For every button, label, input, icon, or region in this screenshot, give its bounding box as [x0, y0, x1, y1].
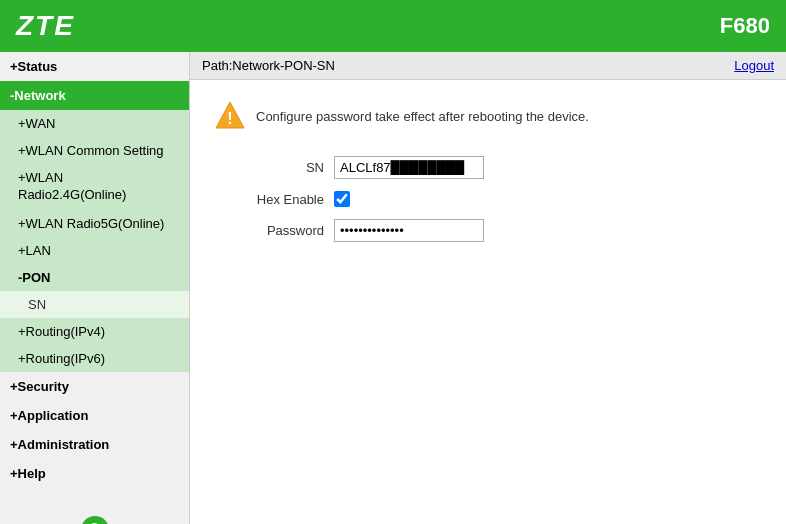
sidebar-item-lan[interactable]: +LAN: [0, 237, 189, 264]
model-name: F680: [720, 13, 770, 39]
sidebar-item-help[interactable]: +Help: [0, 459, 189, 488]
sn-label: SN: [214, 160, 324, 175]
password-input[interactable]: [334, 219, 484, 242]
password-label: Password: [214, 223, 324, 238]
header: ZTE F680: [0, 0, 786, 52]
zte-logo: ZTE: [16, 10, 75, 42]
main-content: Path:Network-PON-SN Logout ! Configure p…: [190, 52, 786, 524]
warning-banner: ! Configure password take effect after r…: [214, 100, 762, 132]
password-row: Password: [214, 219, 762, 242]
sidebar-item-wlan-5g[interactable]: +WLAN Radio5G(Online): [0, 210, 189, 237]
help-circle-button[interactable]: ?: [81, 516, 109, 524]
svg-text:!: !: [227, 110, 232, 127]
hex-enable-label: Hex Enable: [214, 192, 324, 207]
sidebar-item-wan[interactable]: +WAN: [0, 110, 189, 137]
hex-enable-row: Hex Enable: [214, 191, 762, 207]
sn-row: SN: [214, 156, 762, 179]
sidebar-item-sn[interactable]: SN: [0, 291, 189, 318]
sidebar-item-network[interactable]: -Network: [0, 81, 189, 110]
path-bar: Path:Network-PON-SN Logout: [190, 52, 786, 80]
sidebar-item-administration[interactable]: +Administration: [0, 430, 189, 459]
warning-message: Configure password take effect after reb…: [256, 109, 589, 124]
sidebar-item-application[interactable]: +Application: [0, 401, 189, 430]
sidebar-item-status[interactable]: +Status: [0, 52, 189, 81]
sidebar-item-routing-ipv4[interactable]: +Routing(IPv4): [0, 318, 189, 345]
breadcrumb: Path:Network-PON-SN: [202, 58, 335, 73]
sidebar-item-pon[interactable]: -PON: [0, 264, 189, 291]
sidebar-item-wlan-common[interactable]: +WLAN Common Setting: [0, 137, 189, 164]
sidebar: +Status -Network +WAN +WLAN Common Setti…: [0, 52, 190, 524]
logout-link[interactable]: Logout: [734, 58, 774, 73]
content-area: ! Configure password take effect after r…: [190, 80, 786, 524]
sidebar-item-routing-ipv6[interactable]: +Routing(IPv6): [0, 345, 189, 372]
sidebar-item-wlan-24g[interactable]: +WLANRadio2.4G(Online): [0, 164, 189, 210]
sidebar-item-security[interactable]: +Security: [0, 372, 189, 401]
warning-icon: !: [214, 100, 246, 132]
sn-input[interactable]: [334, 156, 484, 179]
hex-enable-checkbox[interactable]: [334, 191, 350, 207]
main-layout: +Status -Network +WAN +WLAN Common Setti…: [0, 52, 786, 524]
